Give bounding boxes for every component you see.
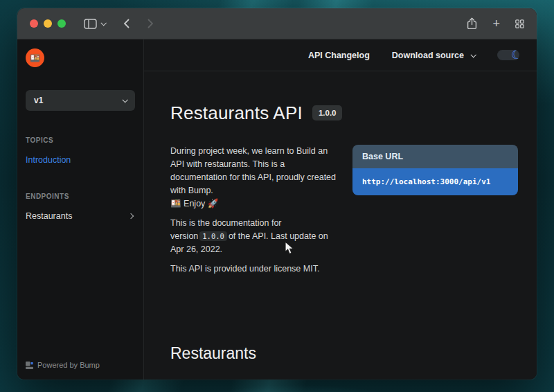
intro-emoji-line: 🍱 Enjoy 🚀: [170, 199, 218, 208]
sidebar-heading-topics: TOPICS: [26, 136, 135, 144]
sidebar-toggle-icon[interactable]: [84, 19, 97, 29]
minimize-button[interactable]: [44, 19, 52, 28]
content-header: API Changelog Download source ☾: [144, 39, 537, 71]
api-changelog-link[interactable]: API Changelog: [308, 51, 370, 60]
base-url-panel: Base URL http://localhost:3000/api/v1: [352, 145, 518, 195]
forward-icon[interactable]: [148, 19, 154, 28]
sidebar-item-restaurants[interactable]: Restaurants: [26, 211, 135, 221]
zoom-button[interactable]: [57, 19, 66, 28]
introduction-section: Restaurants API 1.0.0 During project wee…: [144, 71, 537, 309]
page-title: Restaurants API: [170, 102, 303, 124]
sidebar-menu-chevron-icon[interactable]: [101, 21, 105, 26]
tab-overview-icon[interactable]: [515, 19, 524, 28]
titlebar: +: [17, 8, 537, 39]
sidebar: 🍱 v1 TOPICS Introduction ENDPOINTS Resta…: [17, 39, 144, 380]
desktop: + 🍱 v1 TOPICS Introduction: [0, 0, 554, 392]
sidebar-item-introduction[interactable]: Introduction: [26, 155, 135, 165]
share-icon[interactable]: [467, 17, 477, 30]
license-paragraph: This API is provided under license MIT.: [170, 262, 341, 276]
sidebar-heading-endpoints: ENDPOINTS: [26, 193, 135, 200]
moon-icon: ☾: [510, 46, 524, 62]
powered-by-bump-link[interactable]: Powered by Bump: [26, 361, 100, 369]
chevron-down-icon: [470, 52, 476, 57]
version-paragraph: This is the documentation for version1.0…: [170, 217, 341, 256]
browser-window: + 🍱 v1 TOPICS Introduction: [17, 8, 537, 380]
bento-icon: 🍱: [30, 54, 40, 62]
app-logo[interactable]: 🍱: [26, 48, 44, 67]
chevron-down-icon: [122, 97, 127, 103]
download-source-dropdown[interactable]: Download source: [392, 51, 475, 60]
chevron-right-icon: [128, 213, 134, 219]
version-select-value: v1: [34, 96, 43, 105]
base-url-header: Base URL: [352, 145, 518, 168]
dark-mode-toggle[interactable]: ☾: [497, 50, 519, 60]
powered-by-label: Powered by Bump: [37, 361, 100, 369]
main-content: API Changelog Download source ☾ Restaura…: [144, 39, 537, 380]
back-icon[interactable]: [123, 19, 129, 28]
bump-logo-icon: [26, 362, 33, 369]
version-select[interactable]: v1: [26, 90, 135, 111]
inline-version-code: 1.0.0: [199, 231, 227, 241]
close-button[interactable]: [30, 19, 38, 28]
new-tab-icon[interactable]: +: [492, 17, 500, 30]
version-badge: 1.0.0: [312, 105, 343, 121]
restaurants-section: Restaurants List all restaurants GET /re…: [144, 309, 537, 380]
intro-paragraph: During project week, we learn to Build a…: [170, 145, 341, 211]
base-url-value[interactable]: http://localhost:3000/api/v1: [352, 168, 518, 195]
mouse-cursor: [285, 241, 295, 256]
sidebar-item-label: Restaurants: [26, 211, 72, 221]
restaurants-heading: Restaurants: [170, 344, 518, 363]
download-source-label: Download source: [392, 51, 464, 60]
